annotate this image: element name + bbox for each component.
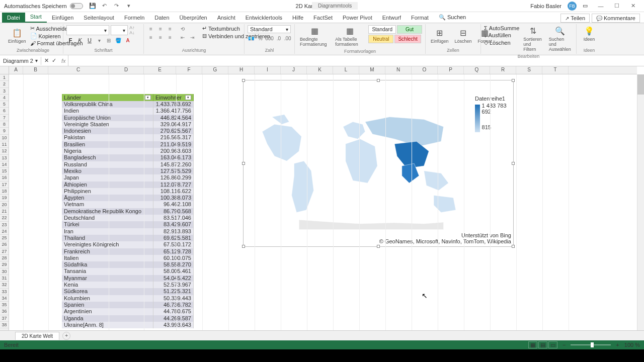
font-color-button[interactable]: A <box>124 37 132 44</box>
row-header[interactable]: 18 <box>0 188 9 195</box>
column-header[interactable]: R <box>490 66 516 74</box>
row-header[interactable]: 30 <box>0 268 9 275</box>
share-button[interactable]: ↗ Teilen <box>560 14 590 23</box>
tab-start[interactable]: Start <box>25 12 47 23</box>
column-header[interactable]: S <box>516 66 542 74</box>
comments-button[interactable]: 💬 Kommentare <box>592 14 640 23</box>
qat-dropdown-icon[interactable]: ▾ <box>125 3 132 10</box>
row-header[interactable]: 25 <box>0 235 9 241</box>
column-header[interactable]: M <box>359 66 385 74</box>
row-header[interactable]: 21 <box>0 208 9 215</box>
insert-cells-button[interactable]: ⊞Einfügen <box>429 25 451 47</box>
table-row[interactable]: Vietnam96.462.108 <box>62 201 194 208</box>
column-header[interactable]: N <box>385 66 412 74</box>
column-header[interactable]: F <box>176 66 202 74</box>
table-row[interactable]: Südafrika58.558.270 <box>62 261 194 268</box>
view-normal-icon[interactable]: ▦ <box>528 341 537 348</box>
tab-factset[interactable]: FactSet <box>308 13 338 23</box>
table-row[interactable]: Russland145.872.260 <box>62 161 194 168</box>
table-header-population[interactable]: Einwohner▾ <box>153 94 194 101</box>
ideas-button[interactable]: 💡Ideen <box>580 25 599 43</box>
select-all-corner[interactable] <box>0 66 9 74</box>
row-header[interactable]: 36 <box>0 308 9 315</box>
avatar[interactable]: FB <box>568 2 577 11</box>
vertical-scrollbar[interactable] <box>637 74 644 330</box>
row-header[interactable]: 35 <box>0 302 9 308</box>
column-header[interactable]: D <box>109 66 144 74</box>
cell-style-standard[interactable]: Standard <box>368 25 396 34</box>
tab-entwurf[interactable]: Entwurf <box>377 13 406 23</box>
row-header[interactable]: 13 <box>0 155 9 161</box>
cell-style-schlecht[interactable]: Schlecht <box>394 35 421 43</box>
table-row[interactable]: Japan126.860.299 <box>62 174 194 181</box>
row-header[interactable]: 10 <box>0 135 9 141</box>
horizontal-scrollbar[interactable] <box>403 332 644 339</box>
column-header[interactable]: E <box>144 66 176 74</box>
tab-seitenlayout[interactable]: Seitenlayout <box>78 13 119 23</box>
row-header[interactable]: 19 <box>0 195 9 201</box>
redo-icon[interactable]: ↷ <box>113 3 120 10</box>
row-header[interactable]: 12 <box>0 148 9 154</box>
enter-formula-icon[interactable]: ✓ <box>52 57 56 64</box>
cell-grid[interactable]: Länder▾ Einwohner▾ Volksrepublik China1.… <box>9 74 637 330</box>
table-row[interactable]: Vereinigtes Königreich67.530.172 <box>62 241 194 248</box>
table-row[interactable]: Mexiko127.575.529 <box>62 168 194 174</box>
zoom-out-button[interactable]: − <box>562 342 566 348</box>
map-chart[interactable]: Datenreihe1 1 433 783 692 815 Unterstütz… <box>243 80 514 247</box>
format-as-table-button[interactable]: ▦Als Tabelle formatieren <box>333 25 366 48</box>
tab-search[interactable]: 🔍 Suchen <box>434 12 471 23</box>
row-header[interactable]: 17 <box>0 182 9 188</box>
column-header[interactable]: T <box>542 66 569 74</box>
save-icon[interactable]: 💾 <box>89 3 96 10</box>
font-size-box[interactable]: ▾ <box>111 25 128 35</box>
table-row[interactable]: Nigeria200.963.603 <box>62 148 194 154</box>
table-row[interactable]: Kenia52.573.967 <box>62 282 194 288</box>
column-header[interactable]: H <box>228 66 255 74</box>
row-header[interactable]: 4 <box>0 95 9 101</box>
row-header[interactable]: 32 <box>0 282 9 288</box>
column-header[interactable]: G <box>202 66 228 74</box>
table-row[interactable]: Türkei83.429.607 <box>62 221 194 228</box>
column-header[interactable]: L <box>333 66 359 74</box>
row-header[interactable]: 33 <box>0 289 9 295</box>
row-header[interactable]: 16 <box>0 174 9 181</box>
column-header[interactable]: J <box>281 66 307 74</box>
row-header[interactable]: 14 <box>0 161 9 168</box>
border-button[interactable]: ⊞ <box>105 37 113 44</box>
worksheet-area[interactable]: ABCDEFGHIJKLMNOPQRST 1234567891011121314… <box>0 66 644 330</box>
row-header[interactable]: 20 <box>0 202 9 208</box>
tab-format[interactable]: Format <box>406 13 434 23</box>
table-row[interactable]: Bangladesch163.046.173 <box>62 154 194 161</box>
row-header[interactable]: 23 <box>0 222 9 228</box>
tab-formeln[interactable]: Formeln <box>119 13 149 23</box>
tab-power pivot[interactable]: Power Pivot <box>338 13 377 23</box>
zoom-slider[interactable] <box>571 344 611 345</box>
row-headers[interactable]: 1234567891011121314151617181920212223242… <box>0 74 9 330</box>
row-header[interactable]: 3 <box>0 88 9 95</box>
table-header-country[interactable]: Länder▾ <box>62 94 153 101</box>
row-header[interactable]: 15 <box>0 168 9 174</box>
table-row[interactable]: Iran82.913.893 <box>62 228 194 235</box>
cell-style-gut[interactable]: Gut <box>397 25 422 34</box>
tab-hilfe[interactable]: Hilfe <box>287 13 308 23</box>
autosave-toggle[interactable]: Automatisches Speichern <box>4 3 83 9</box>
table-row[interactable]: Tansania58.005.461 <box>62 268 194 275</box>
font-name-box[interactable]: ▾ <box>66 25 109 35</box>
row-header[interactable]: 31 <box>0 275 9 282</box>
formula-bar[interactable] <box>68 55 644 66</box>
table-row[interactable]: Philippinen108.116.622 <box>62 188 194 195</box>
sheet-tab-active[interactable]: 2D Karte Welt <box>15 332 59 340</box>
delete-cells-button[interactable]: ⊟Löschen <box>453 25 474 47</box>
underline-button[interactable]: U <box>86 37 94 44</box>
row-header[interactable]: 9 <box>0 128 9 134</box>
ribbon-display-icon[interactable]: ▭ <box>583 3 588 9</box>
fill-color-button[interactable]: 🪣 <box>114 37 122 44</box>
table-row[interactable]: Argentinien44.780.675 <box>62 308 194 315</box>
row-header[interactable]: 22 <box>0 215 9 221</box>
column-header[interactable]: C <box>48 66 109 74</box>
number-format-box[interactable]: Standard▾ <box>248 25 291 33</box>
sort-filter-button[interactable]: ⇅Sortieren und Filtern <box>521 25 544 53</box>
add-sheet-button[interactable]: + <box>62 332 70 340</box>
view-page-break-icon[interactable]: ▭ <box>548 341 557 348</box>
column-header[interactable]: K <box>307 66 333 74</box>
